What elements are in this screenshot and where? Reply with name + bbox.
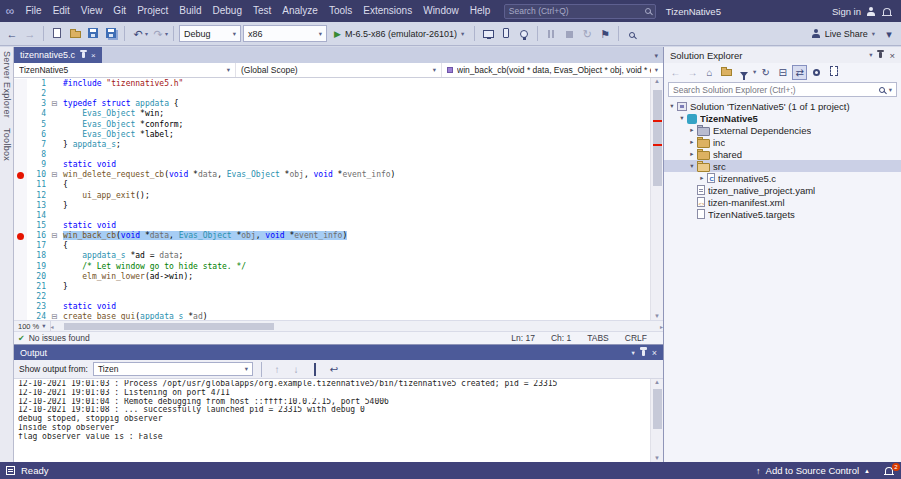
code-line[interactable]: 10⊟win_delete_request_cb(void *data, Eva… (14, 170, 650, 180)
breakpoint-margin[interactable] (14, 241, 27, 251)
close-icon[interactable]: × (889, 50, 895, 61)
redo-dropdown-icon[interactable]: ▾ (165, 30, 168, 37)
menu-test[interactable]: Test (247, 0, 276, 22)
menu-extensions[interactable]: Extensions (358, 0, 418, 22)
new-file-icon[interactable] (49, 23, 65, 45)
scroll-up-icon[interactable]: ▲ (654, 379, 660, 385)
code-line[interactable]: 16⊟win_back_cb(void *data, Evas_Object *… (14, 231, 650, 241)
breakpoint-margin[interactable] (14, 302, 27, 312)
navigate-forward-icon[interactable]: → (22, 23, 38, 45)
tree-item[interactable]: ▸External Dependencies (664, 124, 901, 136)
code-area[interactable]: 1#include "tizennative5.h"23⊟typedef str… (14, 79, 650, 320)
code-line[interactable]: 3⊟typedef struct appdata { (14, 99, 650, 109)
breakpoint-margin[interactable] (14, 221, 27, 231)
output-source-dropdown[interactable]: Tizen ▾ (93, 362, 253, 376)
scrollbar-thumb[interactable] (653, 389, 662, 429)
toolbar-options-icon[interactable]: ▾ (881, 23, 897, 45)
menu-debug[interactable]: Debug (207, 0, 247, 22)
filter-icon[interactable] (736, 67, 751, 78)
code-line[interactable]: 1#include "tizennative5.h" (14, 79, 650, 89)
output-log[interactable]: 12-10-2021 19:01:03 : Process /opt/usr/g… (14, 379, 663, 462)
breakpoint-margin[interactable] (14, 231, 27, 241)
code-line[interactable]: 24⊟create_base_gui(appdata_s *ad) (14, 312, 650, 320)
breakpoint-margin[interactable] (14, 109, 27, 119)
undo-dropdown-icon[interactable]: ▾ (145, 30, 148, 37)
tree-item[interactable]: ▾src (664, 160, 901, 172)
scrollbar-thumb[interactable] (653, 90, 662, 186)
bookmark-flag-icon[interactable]: ⚑ (597, 23, 613, 45)
solution-configurations-dropdown[interactable]: Debug ▾ (179, 25, 241, 42)
breakpoint-margin[interactable] (14, 170, 27, 180)
undo-icon[interactable]: ↶ (130, 23, 146, 45)
breakpoint-margin[interactable] (14, 312, 27, 320)
background-tasks-icon[interactable] (6, 466, 15, 475)
code-line[interactable]: 12 ui_app_exit(); (14, 191, 650, 201)
menu-project[interactable]: Project (132, 0, 174, 22)
menu-view[interactable]: View (75, 0, 108, 22)
pin-icon[interactable] (879, 52, 882, 58)
zoom-control[interactable]: 100 % ▾ (14, 321, 51, 331)
tree-expanded-icon[interactable]: ▾ (667, 102, 677, 110)
solution-tree[interactable]: ▾Solution 'TizenNative5' (1 of 1 project… (664, 99, 901, 462)
caret-up-icon[interactable]: ▲ (864, 468, 870, 474)
code-line[interactable]: 4 Evas_Object *win; (14, 109, 650, 119)
breakpoint-margin[interactable] (14, 130, 27, 140)
code-line[interactable]: 11{ (14, 180, 650, 190)
scroll-up-icon[interactable]: ▲ (654, 78, 660, 84)
fold-marker-icon[interactable]: ⊟ (49, 170, 60, 180)
breakpoint-margin[interactable] (14, 272, 27, 282)
switch-views-icon[interactable] (719, 67, 734, 78)
tree-item[interactable]: tizen-manifest.xml (664, 196, 901, 208)
break-all-icon[interactable] (543, 23, 559, 45)
tree-expanded-icon[interactable]: ▾ (677, 114, 687, 122)
tree-collapsed-icon[interactable]: ▸ (697, 174, 707, 182)
tree-item[interactable]: TizenNative5.targets (664, 208, 901, 220)
breakpoint-margin[interactable] (14, 89, 27, 99)
breakpoint-margin[interactable] (14, 120, 27, 130)
menu-edit[interactable]: Edit (47, 0, 75, 22)
output-title-bar[interactable]: Output ▾ × (14, 345, 663, 360)
breakpoint-margin[interactable] (14, 201, 27, 211)
breakpoint-icon[interactable] (17, 233, 24, 240)
eol-indicator[interactable]: CRLF (625, 333, 647, 343)
emulator-manager-icon[interactable] (480, 23, 496, 45)
filter-dropdown-icon[interactable]: ▾ (753, 68, 756, 76)
code-line[interactable]: 17{ (14, 241, 650, 251)
breakpoint-margin[interactable] (14, 180, 27, 190)
breakpoint-margin[interactable] (14, 211, 27, 221)
nav-back-icon[interactable]: ← (668, 67, 683, 78)
breakpoint-margin[interactable] (14, 99, 27, 109)
live-share-button[interactable]: Live Share ▾ (812, 29, 879, 39)
nav-member-dropdown[interactable]: win_back_cb(void * data, Evas_Object * o… (442, 63, 663, 77)
tree-collapsed-icon[interactable]: ▸ (687, 126, 697, 134)
notifications-button[interactable]: 2 (885, 467, 893, 474)
scroll-down-icon[interactable]: ▼ (651, 455, 663, 461)
breakpoint-margin[interactable] (14, 282, 27, 292)
nav-project-dropdown[interactable]: TizenNative5 ▾ (14, 63, 236, 77)
tree-collapsed-icon[interactable]: ▸ (687, 150, 697, 158)
tree-item[interactable]: ▾Solution 'TizenNative5' (1 of 1 project… (664, 100, 901, 112)
start-debugging-button[interactable]: ▶ M-6.5-x86 (emulator-26101) ▾ (329, 25, 469, 43)
code-line[interactable]: 5 Evas_Object *conform; (14, 120, 650, 130)
stop-debugging-icon[interactable] (561, 23, 577, 45)
code-line[interactable]: 23static void (14, 302, 650, 312)
scrollbar-thumb[interactable] (64, 323, 274, 330)
tree-item[interactable]: ▾TizenNative5 (664, 112, 901, 124)
menu-tools[interactable]: Tools (323, 0, 357, 22)
breakpoint-margin[interactable] (14, 140, 27, 150)
menu-analyze[interactable]: Analyze (277, 0, 324, 22)
code-line[interactable]: 22 (14, 292, 650, 302)
code-line[interactable]: 7} appdata_s; (14, 140, 650, 150)
close-icon[interactable]: × (91, 51, 96, 60)
breakpoint-margin[interactable] (14, 79, 27, 89)
output-vertical-scrollbar[interactable]: ▲ ▼ (650, 379, 663, 462)
menu-file[interactable]: File (20, 0, 47, 22)
tree-collapsed-icon[interactable]: ▸ (687, 138, 697, 146)
show-all-files-icon[interactable] (826, 66, 841, 78)
horizontal-scrollbar[interactable]: ◂ ▸ (51, 321, 663, 331)
breakpoint-icon[interactable] (17, 172, 24, 179)
code-line[interactable]: 8 (14, 150, 650, 160)
code-line[interactable]: 20 elm_win_lower(ad->win); (14, 272, 650, 282)
add-to-source-control-button[interactable]: Add to Source Control (766, 465, 859, 476)
breakpoint-margin[interactable] (14, 262, 27, 272)
